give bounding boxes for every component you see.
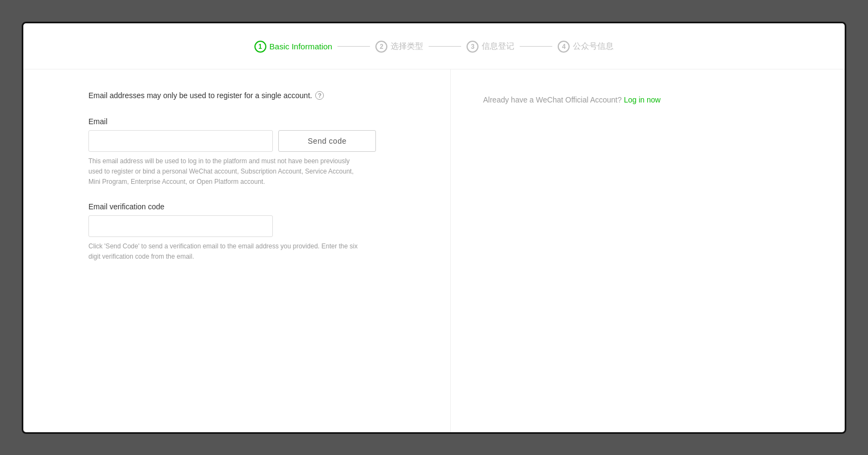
- email-input[interactable]: [88, 130, 273, 152]
- verification-label: Email verification code: [88, 202, 418, 211]
- email-form-group: Email Send code This email address will …: [88, 117, 418, 188]
- right-panel: Already have a WeChat Official Account? …: [451, 69, 845, 432]
- connector-2: [429, 46, 461, 47]
- step-1-circle: 1: [254, 41, 266, 53]
- send-code-button[interactable]: Send code: [278, 130, 376, 152]
- already-have-text: Already have a WeChat Official Account? …: [483, 91, 813, 104]
- step-4-label: 公众号信息: [573, 41, 614, 52]
- email-label: Email: [88, 117, 418, 126]
- connector-3: [520, 46, 552, 47]
- already-have-label: Already have a WeChat Official Account?: [483, 95, 622, 104]
- login-now-link[interactable]: Log in now: [624, 95, 661, 104]
- step-2-circle: 2: [375, 41, 387, 53]
- step-4-circle: 4: [558, 41, 570, 53]
- content-area: Email addresses may only be used to regi…: [23, 69, 845, 432]
- step-2: 2 选择类型: [375, 41, 423, 53]
- verification-input[interactable]: [88, 215, 273, 237]
- stepper: 1 Basic Information 2 选择类型 3 信息登记 4 公众号信…: [23, 23, 845, 63]
- step-3-circle: 3: [467, 41, 478, 53]
- step-4: 4 公众号信息: [558, 41, 614, 53]
- step-3: 3 信息登记: [467, 41, 514, 53]
- step-1-label: Basic Information: [270, 42, 333, 51]
- notice-bar: Email addresses may only be used to regi…: [88, 91, 418, 100]
- connector-1: [337, 46, 370, 47]
- step-1: 1 Basic Information: [254, 41, 333, 53]
- step-2-label: 选择类型: [391, 41, 423, 52]
- verification-hint-text: Click 'Send Code' to send a verification…: [88, 241, 360, 262]
- main-window: 1 Basic Information 2 选择类型 3 信息登记 4 公众号信…: [22, 22, 846, 434]
- email-input-row: Send code: [88, 130, 418, 152]
- verification-input-row: [88, 215, 418, 237]
- verification-form-group: Email verification code Click 'Send Code…: [88, 202, 418, 262]
- info-icon: ?: [315, 91, 324, 100]
- notice-text: Email addresses may only be used to regi…: [88, 91, 312, 100]
- step-3-label: 信息登记: [482, 41, 514, 52]
- left-panel: Email addresses may only be used to regi…: [23, 69, 451, 432]
- email-hint-text: This email address will be used to log i…: [88, 156, 360, 188]
